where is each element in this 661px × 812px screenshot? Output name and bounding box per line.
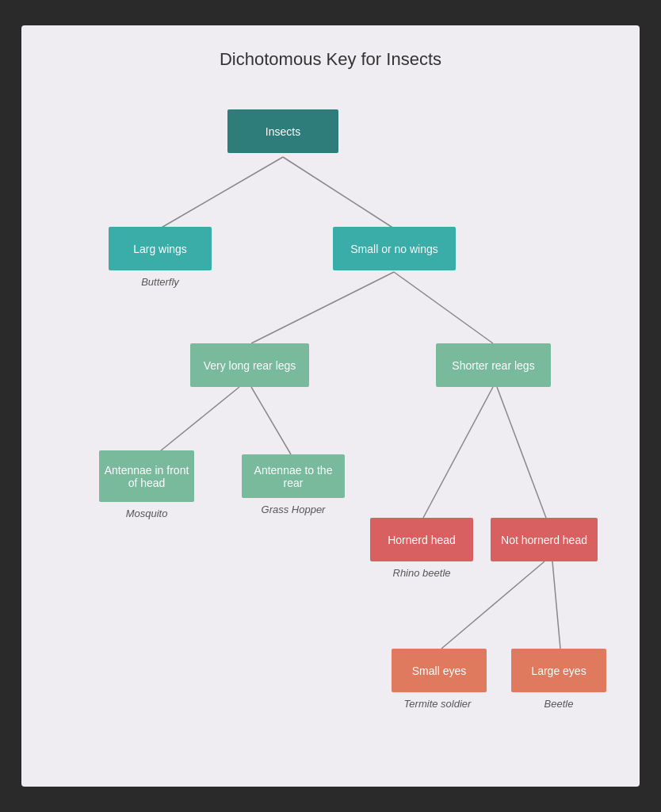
- node-hornerd: Hornerd head: [370, 518, 473, 561]
- label-beetle: Beetle: [511, 698, 606, 710]
- node-antennae-front: Antennae in front of head: [99, 450, 194, 502]
- label-termite-soldier: Termite soldier: [378, 698, 497, 710]
- svg-line-2: [251, 272, 394, 343]
- label-grasshopper: Grass Hopper: [242, 504, 345, 515]
- label-rhino-beetle: Rhino beetle: [370, 567, 473, 579]
- node-not-hornerd: Not hornerd head: [491, 518, 598, 561]
- node-small-eyes: Small eyes: [392, 649, 487, 692]
- page: Dichotomous Key for Insects: [21, 25, 640, 787]
- svg-line-5: [251, 387, 291, 454]
- svg-line-6: [423, 387, 493, 518]
- node-insects: Insects: [227, 109, 338, 153]
- svg-line-3: [394, 272, 493, 343]
- svg-line-4: [156, 387, 239, 454]
- label-butterfly: Butterfly: [109, 276, 212, 288]
- node-very-long-rear: Very long rear legs: [190, 343, 309, 387]
- svg-line-1: [283, 157, 394, 228]
- tree: Insects Larg wings Butterfly Small or no…: [37, 94, 624, 752]
- svg-line-0: [160, 157, 283, 228]
- svg-line-9: [552, 561, 560, 649]
- node-larg-wings: Larg wings: [109, 227, 212, 270]
- page-title: Dichotomous Key for Insects: [37, 49, 624, 70]
- node-shorter-rear: Shorter rear legs: [436, 343, 551, 387]
- node-antennae-rear: Antennae to the rear: [242, 454, 345, 498]
- node-large-eyes: Large eyes: [511, 649, 606, 692]
- node-small-no-wings: Small or no wings: [333, 227, 456, 270]
- label-mosquito: Mosquito: [99, 508, 194, 519]
- svg-line-7: [497, 387, 546, 518]
